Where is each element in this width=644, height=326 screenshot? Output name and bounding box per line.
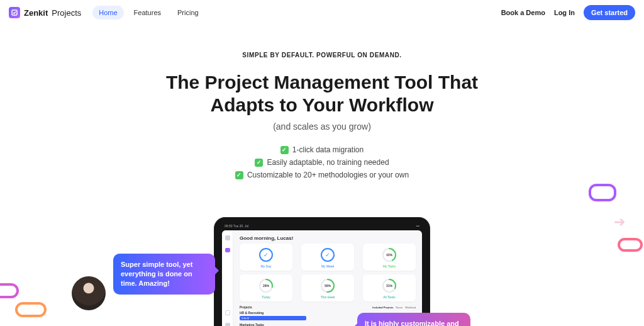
brand-product: Projects (52, 8, 81, 18)
stat-card: ✓ My Week (301, 244, 354, 271)
header-right: Book a Demo Log In Get started (501, 5, 635, 20)
book-demo-link[interactable]: Book a Demo (501, 9, 545, 16)
testimonial-bubble: It is highly customizable and can handle… (357, 313, 470, 326)
greeting: Good morning, Lucas! (240, 235, 416, 241)
logo-icon (9, 7, 20, 18)
tablet-statusbar: 09:50 Tue 20. Jul ••• (222, 224, 422, 230)
projects-header: Projects Included Projects Name Workload (240, 305, 416, 309)
hero: SIMPLE BY DEFAULT. POWERFUL ON DEMAND. T… (0, 25, 644, 192)
device-showcase: Super simple tool, yet everything is don… (0, 217, 644, 326)
check-icon: ✓ (255, 159, 263, 167)
decorative-shape (0, 283, 19, 298)
check-icon: ✓ (235, 171, 243, 179)
bullet-item: ✓1-click data migration (280, 145, 364, 154)
stat-card: 42% My Tasks (363, 244, 416, 271)
site-header: Zenkit Projects Home Features Pricing Bo… (0, 0, 644, 25)
avatar (72, 276, 106, 310)
stat-card: 50% This week (301, 274, 354, 301)
header-left: Zenkit Projects Home Features Pricing (9, 6, 205, 20)
testimonial-bubble: Super simple tool, yet everything is don… (113, 254, 215, 295)
tablet-screen: Good morning, Lucas! ✓ My Day ✓ My Week (222, 230, 422, 326)
sidebar-icon (225, 235, 230, 240)
decorative-shape (618, 238, 643, 252)
nav-pricing[interactable]: Pricing (171, 6, 205, 20)
hero-bullets: ✓1-click data migration ✓Easily adaptabl… (13, 145, 631, 179)
nav-home[interactable]: Home (92, 6, 123, 20)
sidebar-icon (225, 248, 230, 253)
app-sidebar (222, 230, 233, 326)
brand-logo[interactable]: Zenkit Projects (9, 7, 81, 18)
sidebar-icon (225, 310, 230, 315)
hero-eyebrow: SIMPLE BY DEFAULT. POWERFUL ON DEMAND. (13, 52, 631, 59)
arrow-icon: ➔ (614, 214, 625, 230)
check-icon: ✓ (280, 146, 289, 154)
sidebar-icon (225, 323, 230, 326)
get-started-button[interactable]: Get started (584, 5, 635, 20)
nav-features[interactable]: Features (128, 6, 167, 20)
check-icon: ✓ (258, 247, 274, 262)
app-main: Good morning, Lucas! ✓ My Day ✓ My Week (233, 230, 422, 326)
bullet-item: ✓Customizable to 20+ methodologies or yo… (235, 171, 409, 179)
decorative-shape (589, 184, 616, 201)
stat-cards-row: 29% Today 50% This week 31% All Tasks (240, 274, 416, 301)
stat-cards-row: ✓ My Day ✓ My Week 42% My Tasks (240, 244, 416, 271)
stat-card: 29% Today (240, 274, 292, 301)
brand-name: Zenkit (24, 8, 48, 18)
hero-headline: The Project Management Tool That Adapts … (146, 71, 498, 116)
stat-card: 31% All Tasks (363, 274, 416, 301)
login-link[interactable]: Log In (554, 9, 575, 16)
bullet-item: ✓Easily adaptable, no training needed (255, 158, 389, 167)
decorative-shape (15, 302, 47, 317)
primary-nav: Home Features Pricing (92, 6, 204, 20)
check-icon: ✓ (320, 247, 335, 262)
wifi-icon: ••• (416, 224, 419, 228)
stat-card: ✓ My Day (240, 244, 292, 271)
hero-subhead: (and scales as you grow) (13, 121, 631, 132)
tablet-frame: 09:50 Tue 20. Jul ••• Good morni (214, 217, 430, 326)
